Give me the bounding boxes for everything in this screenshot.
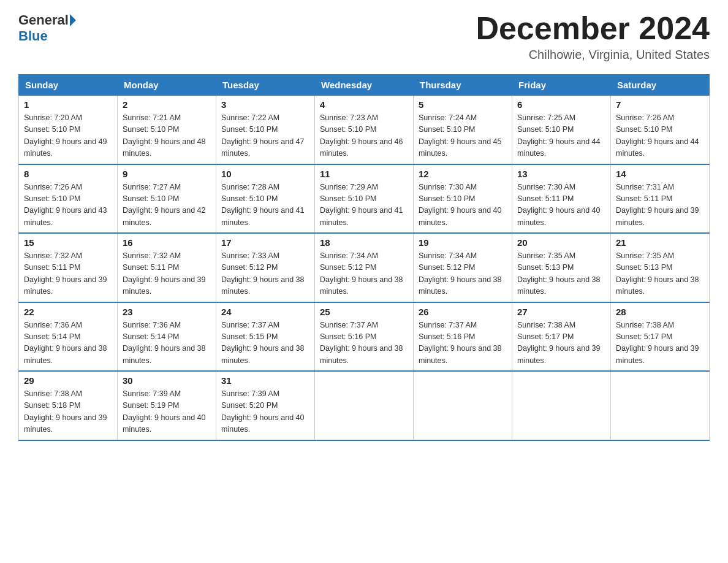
calendar-cell: 26 Sunrise: 7:37 AMSunset: 5:16 PMDaylig… [414, 302, 512, 372]
day-number: 13 [517, 169, 605, 179]
day-number: 6 [517, 99, 605, 110]
day-info: Sunrise: 7:35 AMSunset: 5:13 PMDaylight:… [517, 251, 601, 296]
calendar-cell: 3 Sunrise: 7:22 AMSunset: 5:10 PMDayligh… [216, 96, 315, 164]
day-number: 9 [123, 169, 211, 179]
day-number: 4 [320, 99, 408, 110]
day-info: Sunrise: 7:35 AMSunset: 5:13 PMDaylight:… [616, 251, 699, 296]
col-header-thursday: Thursday [414, 75, 512, 96]
day-number: 26 [419, 307, 507, 317]
calendar-cell: 1 Sunrise: 7:20 AMSunset: 5:10 PMDayligh… [19, 96, 118, 164]
day-info: Sunrise: 7:34 AMSunset: 5:12 PMDaylight:… [320, 251, 403, 296]
col-header-monday: Monday [118, 75, 216, 96]
page-header: General Blue December 2024 Chilhowie, Vi… [18, 12, 710, 62]
day-info: Sunrise: 7:39 AMSunset: 5:20 PMDaylight:… [221, 389, 305, 434]
col-header-saturday: Saturday [611, 75, 710, 96]
calendar-cell: 17 Sunrise: 7:33 AMSunset: 5:12 PMDaylig… [216, 233, 315, 302]
calendar-cell: 4 Sunrise: 7:23 AMSunset: 5:10 PMDayligh… [315, 96, 414, 164]
calendar-cell: 23 Sunrise: 7:36 AMSunset: 5:14 PMDaylig… [118, 302, 216, 372]
day-info: Sunrise: 7:37 AMSunset: 5:16 PMDaylight:… [320, 321, 403, 365]
logo: General Blue [18, 12, 77, 44]
day-info: Sunrise: 7:36 AMSunset: 5:14 PMDaylight:… [123, 321, 206, 365]
day-number: 27 [517, 307, 605, 317]
day-number: 10 [221, 169, 309, 179]
calendar-cell: 21 Sunrise: 7:35 AMSunset: 5:13 PMDaylig… [611, 233, 710, 302]
col-header-sunday: Sunday [19, 75, 118, 96]
day-info: Sunrise: 7:29 AMSunset: 5:10 PMDaylight:… [320, 183, 403, 227]
day-info: Sunrise: 7:30 AMSunset: 5:11 PMDaylight:… [517, 183, 601, 227]
day-info: Sunrise: 7:37 AMSunset: 5:16 PMDaylight:… [419, 321, 502, 365]
day-number: 15 [24, 237, 112, 248]
logo-general-text: General [18, 12, 69, 28]
day-number: 16 [123, 237, 211, 248]
day-number: 25 [320, 307, 408, 317]
calendar-cell: 12 Sunrise: 7:30 AMSunset: 5:10 PMDaylig… [414, 164, 512, 234]
calendar-cell: 2 Sunrise: 7:21 AMSunset: 5:10 PMDayligh… [118, 96, 216, 164]
calendar-cell: 15 Sunrise: 7:32 AMSunset: 5:11 PMDaylig… [19, 233, 118, 302]
calendar-cell: 19 Sunrise: 7:34 AMSunset: 5:12 PMDaylig… [414, 233, 512, 302]
title-block: December 2024 Chilhowie, Virginia, Unite… [476, 12, 710, 62]
calendar-cell: 20 Sunrise: 7:35 AMSunset: 5:13 PMDaylig… [512, 233, 611, 302]
day-number: 20 [517, 237, 605, 248]
day-number: 17 [221, 237, 309, 248]
calendar-cell [611, 371, 710, 440]
calendar-cell [512, 371, 611, 440]
calendar-cell: 10 Sunrise: 7:28 AMSunset: 5:10 PMDaylig… [216, 164, 315, 234]
day-number: 31 [221, 375, 309, 386]
location-subtitle: Chilhowie, Virginia, United States [476, 48, 710, 62]
day-info: Sunrise: 7:22 AMSunset: 5:10 PMDaylight:… [221, 113, 305, 158]
day-info: Sunrise: 7:38 AMSunset: 5:18 PMDaylight:… [24, 389, 107, 434]
day-number: 14 [616, 169, 704, 179]
calendar-week-row: 15 Sunrise: 7:32 AMSunset: 5:11 PMDaylig… [19, 233, 710, 302]
logo-arrow-icon [70, 14, 76, 26]
calendar-week-row: 29 Sunrise: 7:38 AMSunset: 5:18 PMDaylig… [19, 371, 710, 440]
day-number: 21 [616, 237, 704, 248]
calendar-cell: 9 Sunrise: 7:27 AMSunset: 5:10 PMDayligh… [118, 164, 216, 234]
day-number: 1 [24, 99, 112, 110]
calendar-table: SundayMondayTuesdayWednesdayThursdayFrid… [18, 74, 710, 441]
calendar-cell: 22 Sunrise: 7:36 AMSunset: 5:14 PMDaylig… [19, 302, 118, 372]
calendar-cell: 29 Sunrise: 7:38 AMSunset: 5:18 PMDaylig… [19, 371, 118, 440]
calendar-cell: 6 Sunrise: 7:25 AMSunset: 5:10 PMDayligh… [512, 96, 611, 164]
day-info: Sunrise: 7:33 AMSunset: 5:12 PMDaylight:… [221, 251, 305, 296]
day-info: Sunrise: 7:24 AMSunset: 5:10 PMDaylight:… [419, 113, 502, 158]
calendar-cell: 16 Sunrise: 7:32 AMSunset: 5:11 PMDaylig… [118, 233, 216, 302]
day-number: 7 [616, 99, 704, 110]
day-info: Sunrise: 7:32 AMSunset: 5:11 PMDaylight:… [24, 251, 107, 296]
col-header-wednesday: Wednesday [315, 75, 414, 96]
calendar-cell [414, 371, 512, 440]
day-info: Sunrise: 7:31 AMSunset: 5:11 PMDaylight:… [616, 183, 699, 227]
calendar-cell: 18 Sunrise: 7:34 AMSunset: 5:12 PMDaylig… [315, 233, 414, 302]
calendar-cell: 30 Sunrise: 7:39 AMSunset: 5:19 PMDaylig… [118, 371, 216, 440]
day-info: Sunrise: 7:39 AMSunset: 5:19 PMDaylight:… [123, 389, 206, 434]
day-info: Sunrise: 7:27 AMSunset: 5:10 PMDaylight:… [123, 183, 206, 227]
day-info: Sunrise: 7:36 AMSunset: 5:14 PMDaylight:… [24, 321, 107, 365]
calendar-week-row: 22 Sunrise: 7:36 AMSunset: 5:14 PMDaylig… [19, 302, 710, 372]
day-number: 28 [616, 307, 704, 317]
day-info: Sunrise: 7:38 AMSunset: 5:17 PMDaylight:… [616, 321, 699, 365]
calendar-cell: 11 Sunrise: 7:29 AMSunset: 5:10 PMDaylig… [315, 164, 414, 234]
day-number: 29 [24, 375, 112, 386]
day-number: 19 [419, 237, 507, 248]
day-number: 5 [419, 99, 507, 110]
day-number: 18 [320, 237, 408, 248]
day-info: Sunrise: 7:30 AMSunset: 5:10 PMDaylight:… [419, 183, 502, 227]
day-info: Sunrise: 7:26 AMSunset: 5:10 PMDaylight:… [616, 113, 699, 158]
day-number: 24 [221, 307, 309, 317]
calendar-cell: 25 Sunrise: 7:37 AMSunset: 5:16 PMDaylig… [315, 302, 414, 372]
day-number: 2 [123, 99, 211, 110]
day-number: 23 [123, 307, 211, 317]
col-header-tuesday: Tuesday [216, 75, 315, 96]
day-info: Sunrise: 7:37 AMSunset: 5:15 PMDaylight:… [221, 321, 305, 365]
day-info: Sunrise: 7:20 AMSunset: 5:10 PMDaylight:… [24, 113, 107, 158]
day-number: 12 [419, 169, 507, 179]
calendar-header-row: SundayMondayTuesdayWednesdayThursdayFrid… [19, 75, 710, 96]
day-info: Sunrise: 7:28 AMSunset: 5:10 PMDaylight:… [221, 183, 305, 227]
calendar-cell: 5 Sunrise: 7:24 AMSunset: 5:10 PMDayligh… [414, 96, 512, 164]
day-info: Sunrise: 7:25 AMSunset: 5:10 PMDaylight:… [517, 113, 601, 158]
day-info: Sunrise: 7:26 AMSunset: 5:10 PMDaylight:… [24, 183, 107, 227]
calendar-cell: 27 Sunrise: 7:38 AMSunset: 5:17 PMDaylig… [512, 302, 611, 372]
calendar-cell: 13 Sunrise: 7:30 AMSunset: 5:11 PMDaylig… [512, 164, 611, 234]
day-info: Sunrise: 7:21 AMSunset: 5:10 PMDaylight:… [123, 113, 206, 158]
day-number: 3 [221, 99, 309, 110]
calendar-week-row: 8 Sunrise: 7:26 AMSunset: 5:10 PMDayligh… [19, 164, 710, 234]
